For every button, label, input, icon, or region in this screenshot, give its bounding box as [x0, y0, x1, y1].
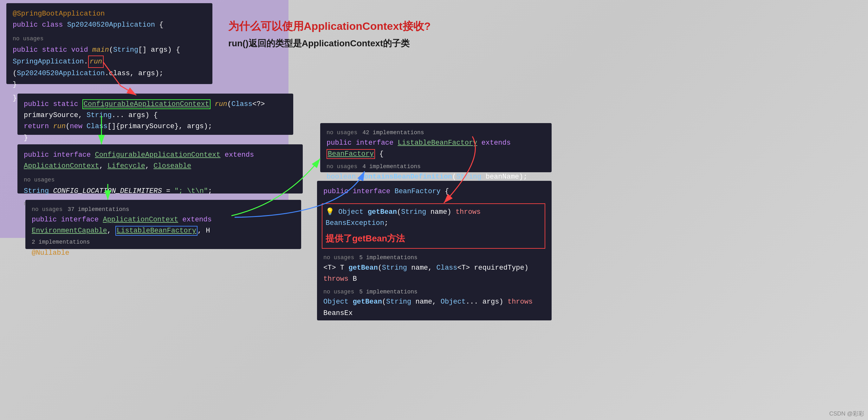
badge-no-usages-5b: no usages: [327, 162, 357, 171]
badge-impl-4: 37 implementations: [67, 205, 129, 214]
watermark: CSDN @彩彩: [829, 410, 864, 417]
config-string-line: String CONFIG_LOCATION_DELIMITERS = "; \…: [24, 186, 297, 197]
impl-count-4: 2 implementations: [32, 239, 90, 245]
class-name: Sp20240520Application: [67, 21, 159, 29]
panel-application-context: no usages 37 implementations public inte…: [25, 200, 301, 249]
app-class-ref: Sp20240520Application: [17, 69, 104, 78]
comment-no-usages-3: no usages: [24, 177, 55, 183]
main-method: main: [92, 46, 109, 54]
config-value: "; \t\n": [174, 187, 208, 195]
panel-run-method: public static ConfigurableApplicationCon…: [18, 94, 293, 135]
panel-listable-bean-factory: no usages 42 implementations public inte…: [320, 123, 552, 172]
public-keyword: public: [13, 21, 42, 29]
run-method-highlight: run: [88, 56, 104, 68]
run-call-line: SpringApplication.run(Sp20240520Applicat…: [13, 56, 206, 79]
badges-row-4: no usages 37 implementations: [32, 205, 295, 214]
interface-kw-3: interface: [53, 151, 95, 159]
string-param-6a: String: [401, 208, 426, 216]
contains-bean-def-method: containsBeanDefinition: [360, 173, 452, 181]
string-param: String: [456, 173, 481, 181]
string-type-3: String: [24, 187, 49, 195]
public-kw-4: public: [32, 216, 61, 223]
class-keyword: class: [42, 21, 67, 29]
public-kw-3: public: [24, 151, 53, 159]
bean-factory-ref: BeanFactory: [328, 150, 374, 158]
nullable-annotation: @Nullable: [32, 249, 69, 257]
badge-impl-6a: 5 implementations: [359, 253, 417, 262]
getbean-label-div: 提供了getBean方法: [326, 232, 541, 246]
close-brace-main: }: [13, 79, 206, 90]
badges-row-6a: no usages 5 implementations: [323, 253, 545, 262]
badge-no-usages-5: no usages: [327, 128, 357, 137]
badge-impl-5: 42 implementations: [362, 128, 424, 137]
badges-row-5: no usages 42 implementations: [327, 128, 545, 137]
badge-no-usages-6a: no usages: [323, 253, 354, 262]
env-capable: EnvironmentCapable: [32, 227, 107, 235]
annotation-title: 为什么可以使用ApplicationContext接收?: [228, 19, 450, 34]
getbean-generic-line: <T> T getBean(String name, Class<T> requ…: [323, 262, 545, 284]
bean-factory-box: BeanFactory: [327, 149, 375, 159]
listable-factory-name: ListableBeanFactory: [398, 139, 477, 147]
run-signature-line: public static ConfigurableApplicationCon…: [24, 99, 287, 121]
object-type-2: Object: [323, 298, 348, 306]
config-const: CONFIG_LOCATION_DELIMITERS: [53, 187, 162, 195]
bean-factory-interface-line: public interface BeanFactory {: [323, 186, 545, 197]
string-param-6b: String: [382, 264, 407, 272]
string-type: String: [113, 46, 138, 54]
panel-configurable-interface: public interface ConfigurableApplication…: [18, 144, 303, 193]
class-type: Class: [231, 100, 252, 108]
run-method-call: run: [53, 122, 66, 130]
extends-kw-3: extends: [221, 151, 254, 159]
static-kw-2: static: [53, 100, 82, 108]
no-usages-comment-1: no usages: [13, 35, 43, 42]
annotation-text: @SpringBootApplication: [13, 10, 104, 18]
public-kw-2: public: [24, 100, 53, 108]
listable-bean-factory-ref: ListableBeanFactory: [117, 227, 196, 235]
run-method-text: run: [90, 58, 102, 66]
getbean-label-text: 提供了getBean方法: [326, 234, 405, 243]
badge-impl-5b: 4 implementations: [362, 162, 421, 171]
nullable-line: @Nullable: [32, 247, 295, 259]
main-method-line: public static void main(String[] args) {: [13, 44, 206, 56]
object-type-1: Object: [338, 208, 363, 216]
new-kw: new: [70, 122, 87, 130]
public-kw-5: public: [327, 139, 356, 147]
bulb-icon: 💡: [326, 208, 334, 216]
closeable-extend: Closeable: [153, 162, 191, 170]
listable-interface-line: public interface ListableBeanFactory ext…: [327, 137, 545, 159]
panel-springboot-application: @SpringBootApplication public class Sp20…: [6, 3, 212, 84]
interface-kw-4: interface: [61, 216, 103, 223]
interface-kw-5: interface: [356, 139, 398, 147]
getbean-method-3: getBean: [352, 298, 382, 306]
extends-kw-5: extends: [477, 139, 511, 147]
bean-factory-name: BeanFactory: [394, 187, 440, 196]
badge-no-usages-6b: no usages: [323, 288, 354, 297]
no-usages-3: no usages: [24, 174, 297, 185]
return-kw: return: [24, 122, 53, 130]
class-array-type: Class: [87, 122, 107, 130]
configurable-context-type-box: ConfigurableApplicationContext: [83, 99, 211, 109]
interface-kw-6: interface: [352, 187, 394, 196]
throws-kw-2: throws: [323, 275, 348, 283]
getbean-section: 💡 Object getBean(String name) throws Bea…: [322, 203, 545, 249]
string-type-2: String: [87, 111, 112, 119]
run-method-decl: run: [215, 100, 227, 108]
annotation-line: @SpringBootApplication: [13, 8, 206, 19]
boolean-type: boolean: [327, 173, 356, 181]
panel-bean-factory: public interface BeanFactory { 💡 Object …: [317, 181, 552, 320]
listable-bean-factory-box: ListableBeanFactory: [115, 226, 197, 236]
class-declaration-line: public class Sp20240520Application {: [13, 19, 206, 30]
class-param: Class: [436, 264, 457, 272]
object-param: Object: [441, 298, 466, 306]
extends-kw-4: extends: [178, 216, 212, 223]
getbean-method-2: getBean: [348, 264, 378, 272]
beans-exception-1: BeansException: [326, 219, 384, 227]
public-kw: public: [13, 46, 42, 54]
configurable-context-type: ConfigurableApplicationContext: [84, 100, 209, 108]
app-context-interface-line: public interface ApplicationContext exte…: [32, 214, 295, 236]
badges-row-6b: no usages 5 implementations: [323, 288, 545, 297]
impl-badge-4b: 2 implementations: [32, 236, 295, 247]
getbean-object-args-line: Object getBean(String name, Object... ar…: [323, 296, 545, 319]
app-context-name: ApplicationContext: [103, 216, 178, 223]
annotation-area: 为什么可以使用ApplicationContext接收? run()返回的类型是…: [228, 19, 450, 50]
